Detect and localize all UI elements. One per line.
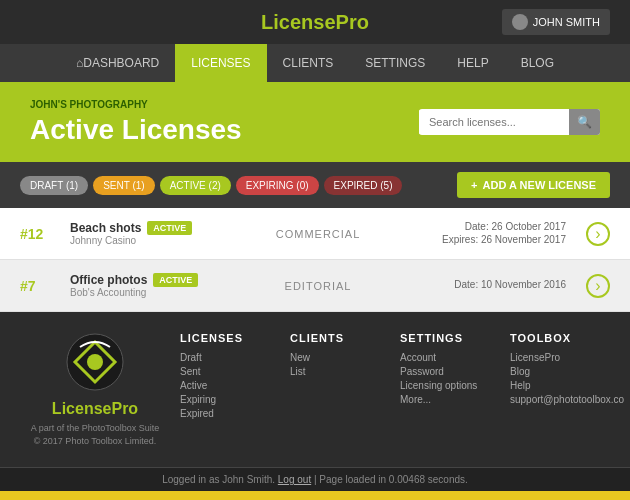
page-load-text: | Page loaded in 0.00468 seconds. (314, 474, 468, 485)
status-text: Logged in as John Smith. (162, 474, 275, 485)
add-license-button[interactable]: ADD A NEW LICENSE (457, 172, 610, 198)
bottom-bar: PhotoToolbox Terms of service Privacy po… (0, 491, 630, 500)
user-name: JOHN SMITH (533, 16, 600, 28)
search-button[interactable]: 🔍 (569, 109, 600, 135)
hero-left: JOHN'S PHOTOGRAPHY Active Licenses (30, 99, 242, 146)
footer-col-licenses: LICENSES Draft Sent Active Expiring Expi… (180, 332, 270, 422)
filter-tags: DRAFT (1) SENT (1) ACTIVE (2) EXPIRING (… (20, 176, 402, 195)
app-logo: LicensePro (261, 11, 369, 34)
footer-logo-text: LicensePro (52, 400, 138, 418)
license-number-2: #7 (20, 278, 50, 294)
user-icon (512, 14, 528, 30)
footer-col-toolbox: TOOLBOX LicensePro Blog Help support@pho… (510, 332, 600, 408)
status-bar: Logged in as John Smith. Log out | Page … (0, 467, 630, 491)
nav-item-clients[interactable]: CLIENTS (267, 44, 350, 82)
footer-col-heading-settings: SETTINGS (400, 332, 490, 344)
license-arrow-1[interactable]: › (586, 222, 610, 246)
footer-link-more[interactable]: More... (400, 394, 490, 405)
footer-link-licensing-options[interactable]: Licensing options (400, 380, 490, 391)
footer-link-active[interactable]: Active (180, 380, 270, 391)
footer-link-draft[interactable]: Draft (180, 352, 270, 363)
filter-expired[interactable]: EXPIRED (5) (324, 176, 403, 195)
table-row: #12 Beach shots ACTIVE Johnny Casino COM… (0, 208, 630, 260)
license-dates-2: Date: 10 November 2016 (414, 279, 566, 292)
footer-link-blog[interactable]: Blog (510, 366, 600, 377)
footer-link-licensepro[interactable]: LicensePro (510, 352, 600, 363)
table-row: #7 Office photos ACTIVE Bob's Accounting… (0, 260, 630, 312)
license-number-1: #12 (20, 226, 50, 242)
nav-item-blog[interactable]: BLOG (505, 44, 570, 82)
footer-logo-icon (65, 332, 125, 392)
footer-link-new[interactable]: New (290, 352, 380, 363)
hero-section: JOHN'S PHOTOGRAPHY Active Licenses 🔍 (0, 82, 630, 162)
logo-text: LicensePro (261, 11, 369, 33)
footer-link-sent[interactable]: Sent (180, 366, 270, 377)
footer-col-settings: SETTINGS Account Password Licensing opti… (400, 332, 490, 408)
footer-col-clients: CLIENTS New List (290, 332, 380, 380)
main-nav: DASHBOARD LICENSES CLIENTS SETTINGS HELP… (0, 44, 630, 82)
footer-col-heading-toolbox: TOOLBOX (510, 332, 600, 344)
filters-bar: DRAFT (1) SENT (1) ACTIVE (2) EXPIRING (… (0, 162, 630, 208)
footer-col-heading-licenses: LICENSES (180, 332, 270, 344)
status-badge-2: ACTIVE (153, 273, 198, 287)
user-badge[interactable]: JOHN SMITH (502, 9, 610, 35)
license-info-1: Beach shots ACTIVE Johnny Casino (70, 221, 222, 246)
footer-col-heading-clients: CLIENTS (290, 332, 380, 344)
nav-item-settings[interactable]: SETTINGS (349, 44, 441, 82)
license-type-1: COMMERCIAL (242, 228, 394, 240)
logout-link[interactable]: Log out (278, 474, 311, 485)
footer-logo-col: LicensePro A part of the PhotoToolbox Su… (30, 332, 160, 447)
footer-tagline: A part of the PhotoToolbox Suite © 2017 … (31, 422, 160, 447)
nav-item-licenses[interactable]: LICENSES (175, 44, 266, 82)
license-name-1: Beach shots ACTIVE (70, 221, 222, 235)
page-title: Active Licenses (30, 114, 242, 146)
license-arrow-2[interactable]: › (586, 274, 610, 298)
license-type-2: EDITORIAL (242, 280, 394, 292)
footer-link-expired[interactable]: Expired (180, 408, 270, 419)
filter-expiring[interactable]: EXPIRING (0) (236, 176, 319, 195)
hero-subtitle: JOHN'S PHOTOGRAPHY (30, 99, 242, 110)
search-input[interactable] (419, 110, 569, 134)
search-box: 🔍 (419, 109, 600, 135)
footer-link-help[interactable]: Help (510, 380, 600, 391)
license-list: #12 Beach shots ACTIVE Johnny Casino COM… (0, 208, 630, 312)
footer-link-expiring[interactable]: Expiring (180, 394, 270, 405)
footer-link-list[interactable]: List (290, 366, 380, 377)
filter-draft[interactable]: DRAFT (1) (20, 176, 88, 195)
nav-item-help[interactable]: HELP (441, 44, 504, 82)
license-client-1: Johnny Casino (70, 235, 222, 246)
license-dates-1: Date: 26 October 2017 Expires: 26 Novemb… (414, 221, 566, 247)
nav-item-dashboard[interactable]: DASHBOARD (60, 44, 175, 82)
top-bar: LicensePro JOHN SMITH (0, 0, 630, 44)
filter-active[interactable]: ACTIVE (2) (160, 176, 231, 195)
status-badge-1: ACTIVE (147, 221, 192, 235)
footer-link-account[interactable]: Account (400, 352, 490, 363)
filter-sent[interactable]: SENT (1) (93, 176, 155, 195)
footer-link-password[interactable]: Password (400, 366, 490, 377)
footer-link-support[interactable]: support@phototoolbox.co (510, 394, 600, 405)
license-client-2: Bob's Accounting (70, 287, 222, 298)
license-name-2: Office photos ACTIVE (70, 273, 222, 287)
license-info-2: Office photos ACTIVE Bob's Accounting (70, 273, 222, 298)
footer-columns: LicensePro A part of the PhotoToolbox Su… (0, 312, 630, 467)
svg-point-1 (87, 354, 103, 370)
